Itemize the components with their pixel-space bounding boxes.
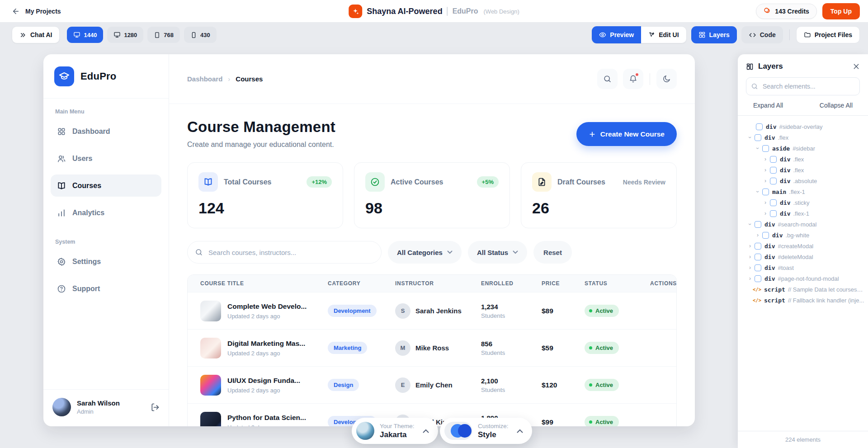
layer-checkbox[interactable] — [770, 156, 777, 163]
create-new-course-button[interactable]: Create New Course — [576, 122, 677, 146]
editor-toolbar: Chat AI 1440 1280 768 430 Preview Ed — [0, 23, 868, 47]
sidebar-item-support[interactable]: Support — [51, 278, 161, 300]
mode-switcher: Preview Edit UI — [592, 26, 686, 43]
layer-checkbox[interactable] — [770, 178, 777, 184]
layer-row[interactable]: › div.bg-white — [741, 230, 864, 241]
chevron-right-icon[interactable]: › — [747, 243, 753, 249]
viewport-1440-button[interactable]: 1440 — [67, 27, 103, 43]
theme-value: Jakarta — [380, 430, 415, 439]
layer-checkbox[interactable] — [755, 243, 761, 250]
layer-checkbox[interactable] — [755, 134, 761, 141]
layer-row[interactable]: › div.flex-1 — [741, 208, 864, 219]
chevron-right-icon[interactable]: › — [762, 210, 769, 217]
layer-checkbox[interactable] — [755, 264, 761, 271]
layer-checkbox[interactable] — [770, 167, 777, 174]
chevron-right-icon[interactable]: › — [747, 275, 753, 282]
table-row[interactable]: Complete Web Develo... Updated 2 days ag… — [188, 292, 676, 329]
my-projects-link[interactable]: My Projects — [25, 8, 61, 15]
chevron-right-icon[interactable]: › — [762, 167, 769, 173]
collapse-all-button[interactable]: Collapse All — [820, 102, 853, 109]
layer-row[interactable]: › div.flex — [741, 132, 864, 143]
viewport-1280-button[interactable]: 1280 — [107, 27, 143, 43]
credits-badge[interactable]: 143 Credits — [756, 4, 816, 19]
logout-icon[interactable] — [151, 403, 160, 412]
dark-mode-button[interactable] — [656, 69, 677, 89]
sidebar-item-users[interactable]: Users — [51, 147, 161, 170]
elements-count: 224 elements — [738, 431, 868, 448]
layer-checkbox[interactable] — [770, 210, 777, 217]
table-row[interactable]: Digital Marketing Mas... Updated 2 days … — [188, 329, 676, 366]
layer-checkbox[interactable] — [762, 232, 769, 239]
chevron-down-icon[interactable]: › — [747, 134, 753, 141]
chat-ai-button[interactable]: Chat AI — [12, 26, 60, 43]
layer-row[interactable]: › aside#sidebar — [741, 143, 864, 154]
breadcrumb-dashboard[interactable]: Dashboard — [187, 75, 222, 83]
layer-checkbox[interactable] — [755, 221, 761, 228]
close-icon[interactable] — [853, 63, 860, 70]
column-instructor: INSTRUCTOR — [382, 280, 468, 287]
layer-checkbox[interactable] — [756, 123, 763, 130]
layer-row[interactable]: › div.flex — [741, 154, 864, 165]
layer-row[interactable]: › div#deleteModal — [741, 251, 864, 262]
top-up-button[interactable]: Top Up — [822, 3, 860, 19]
layer-checkbox[interactable] — [755, 254, 761, 260]
phone-icon — [190, 32, 197, 38]
layer-checkbox[interactable] — [770, 199, 777, 206]
instructor-avatar: S — [395, 303, 410, 319]
brand[interactable]: EduPro — [43, 54, 169, 99]
chevron-down-icon[interactable]: › — [747, 221, 753, 227]
sidebar-item-settings[interactable]: Settings — [51, 250, 161, 273]
layer-row[interactable]: › div.flex — [741, 165, 864, 175]
chevron-down-icon[interactable]: › — [755, 145, 761, 151]
reset-filters-button[interactable]: Reset — [533, 241, 572, 264]
viewport-768-button[interactable]: 768 — [147, 27, 180, 43]
layer-checkbox[interactable] — [762, 145, 769, 152]
layer-checkbox[interactable] — [762, 189, 769, 195]
layer-row[interactable]: › div#toast — [741, 262, 864, 273]
chevron-right-icon[interactable]: › — [747, 254, 753, 260]
layer-row[interactable]: div#sidebar-overlay — [741, 121, 864, 132]
chevron-up-icon — [423, 429, 429, 433]
gear-icon — [57, 257, 66, 266]
layer-row-script[interactable]: </> script// Sample Data let courses = [… — [741, 284, 864, 295]
customize-style[interactable]: Customize: Style — [440, 418, 532, 444]
layer-row[interactable]: › div.sticky — [741, 197, 864, 208]
chevron-right-icon[interactable]: › — [762, 178, 769, 184]
layer-row[interactable]: › div#createModal — [741, 241, 864, 251]
project-files-button[interactable]: Project Files — [796, 26, 860, 43]
code-button[interactable]: Code — [741, 26, 783, 43]
sidebar-item-courses[interactable]: Courses — [51, 174, 161, 197]
search-icon — [603, 75, 612, 83]
chevron-down-icon — [513, 250, 518, 254]
layer-row[interactable]: › div#page-not-found-modal — [741, 273, 864, 284]
table-row[interactable]: UI/UX Design Funda... Updated 2 days ago… — [188, 366, 676, 403]
layers-search-input[interactable] — [746, 77, 860, 95]
layer-checkbox[interactable] — [755, 275, 761, 282]
sidebar-item-dashboard[interactable]: Dashboard — [51, 120, 161, 142]
chevron-right-icon[interactable]: › — [762, 199, 769, 206]
layer-row[interactable]: › div#search-modal — [741, 219, 864, 230]
sidebar-item-analytics[interactable]: Analytics — [51, 202, 161, 224]
category-filter[interactable]: All Categories — [388, 241, 462, 264]
preview-button[interactable]: Preview — [592, 26, 641, 43]
layers-button[interactable]: Layers — [691, 26, 737, 43]
viewport-430-button[interactable]: 430 — [184, 27, 217, 43]
status-filter[interactable]: All Status — [468, 241, 527, 264]
layer-row[interactable]: › main.flex-1 — [741, 186, 864, 197]
user-profile[interactable]: Sarah Wilson Admin — [43, 389, 169, 426]
layer-row-script[interactable]: </> script// Fallback link handler (inje… — [741, 295, 864, 306]
layer-row[interactable]: › div.absolute — [741, 175, 864, 186]
customize-label: Customize: — [478, 423, 509, 429]
edit-ui-button[interactable]: Edit UI — [641, 26, 686, 43]
course-search-input[interactable] — [187, 241, 382, 264]
notifications-button[interactable] — [623, 69, 643, 89]
column-category: CATEGORY — [315, 280, 382, 287]
chevron-right-icon[interactable]: › — [762, 156, 769, 162]
expand-all-button[interactable]: Expand All — [753, 102, 783, 109]
chevron-right-icon[interactable]: › — [755, 232, 761, 238]
theme-picker[interactable]: Your Theme: Jakarta — [352, 418, 438, 444]
search-button[interactable] — [597, 69, 618, 89]
chevron-down-icon[interactable]: › — [755, 189, 761, 195]
chevron-right-icon[interactable]: › — [747, 264, 753, 271]
back-button[interactable] — [12, 7, 20, 15]
